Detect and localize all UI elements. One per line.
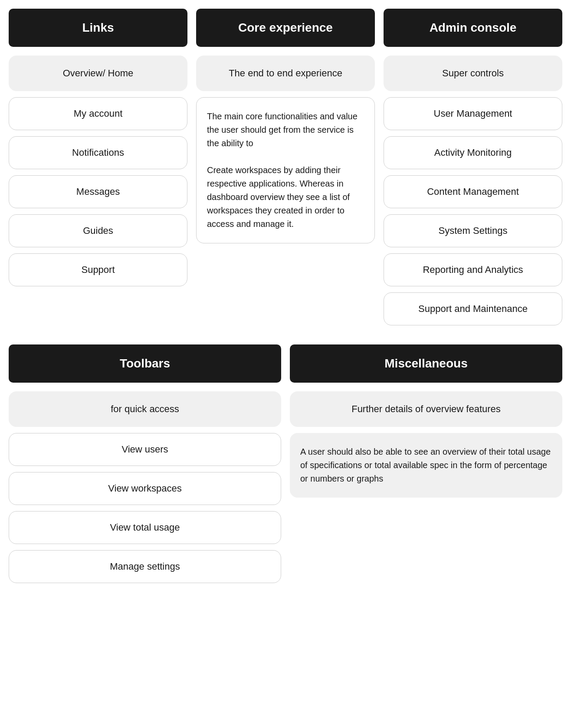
admin-console-column: Admin console Super controls User Manage… <box>384 9 562 331</box>
core-experience-body: The main core functionalities and value … <box>196 97 375 243</box>
admin-console-header: Admin console <box>384 9 562 47</box>
support-maintenance-card[interactable]: Support and Maintenance <box>384 292 562 325</box>
core-body-text: The main core functionalities and value … <box>207 111 358 148</box>
activity-monitoring-card[interactable]: Activity Monitoring <box>384 136 562 169</box>
quick-access-card: for quick access <box>9 391 281 427</box>
user-management-card[interactable]: User Management <box>384 97 562 130</box>
miscellaneous-body: A user should also be able to see an ove… <box>290 433 562 498</box>
view-users-card[interactable]: View users <box>9 433 281 466</box>
toolbars-header: Toolbars <box>9 344 281 383</box>
toolbars-column: for quick access View users View workspa… <box>9 391 281 589</box>
support-card[interactable]: Support <box>9 253 187 286</box>
miscellaneous-header: Miscellaneous <box>290 344 562 383</box>
messages-card[interactable]: Messages <box>9 175 187 208</box>
notifications-card[interactable]: Notifications <box>9 136 187 169</box>
links-column: Links Overview/ Home My account Notifica… <box>9 9 187 331</box>
overview-home-card[interactable]: Overview/ Home <box>9 56 187 91</box>
manage-settings-card[interactable]: Manage settings <box>9 550 281 583</box>
view-workspaces-card[interactable]: View workspaces <box>9 472 281 505</box>
view-total-usage-card[interactable]: View total usage <box>9 511 281 544</box>
guides-card[interactable]: Guides <box>9 214 187 247</box>
core-experience-column: Core experience The end to end experienc… <box>196 9 375 331</box>
links-header: Links <box>9 9 187 47</box>
end-to-end-card: The end to end experience <box>196 56 375 91</box>
reporting-analytics-card[interactable]: Reporting and Analytics <box>384 253 562 286</box>
super-controls-card[interactable]: Super controls <box>384 56 562 91</box>
further-details-card: Further details of overview features <box>290 391 562 427</box>
miscellaneous-column: Further details of overview features A u… <box>290 391 562 589</box>
core-experience-header: Core experience <box>196 9 375 47</box>
my-account-card[interactable]: My account <box>9 97 187 130</box>
system-settings-card[interactable]: System Settings <box>384 214 562 247</box>
core-body-text-2: Create workspaces by adding their respec… <box>207 165 350 229</box>
content-management-card[interactable]: Content Management <box>384 175 562 208</box>
